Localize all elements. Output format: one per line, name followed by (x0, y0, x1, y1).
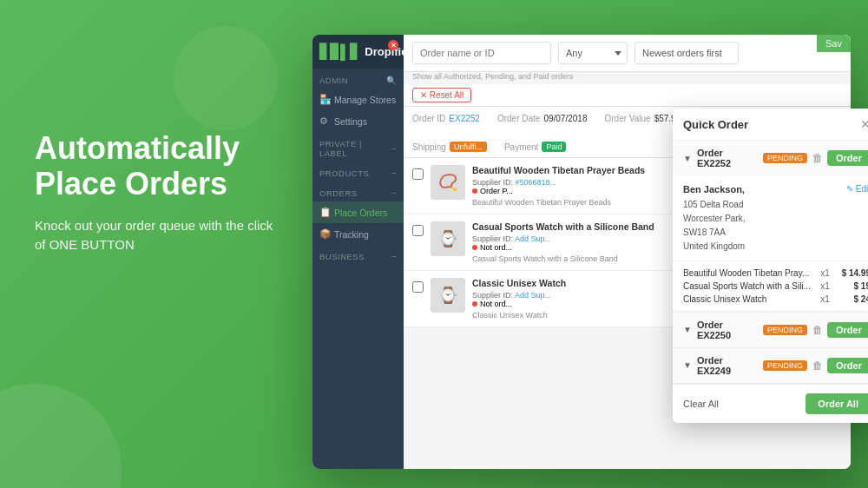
address-country-ex2252: United Kingdom (683, 240, 868, 254)
expand-icon-ex2249[interactable]: ▼ (683, 360, 692, 370)
order-actions-ex2249: 🗑 Order (812, 358, 868, 373)
trash-icon-ex2249[interactable]: 🗑 (812, 359, 823, 372)
order-date-label: Order Date (497, 114, 540, 123)
order-value-field: Order Value $57.99 (604, 112, 681, 124)
products-collapse-icon[interactable]: − (391, 168, 397, 178)
expand-icon-ex2250[interactable]: ▼ (683, 325, 692, 334)
private-label-section: PRIVATE | LABEL − (312, 135, 404, 162)
topbar-hint: Show all Authorized, Pending, and Paid o… (404, 72, 851, 84)
toolbar: ✕ Reset All (404, 84, 851, 107)
quick-order-header: Quick Order ✕ (673, 109, 868, 141)
item-price-1: $ 14.99 (836, 268, 868, 278)
product-image-1: 📿 (431, 165, 465, 200)
order-checkbox-1[interactable] (412, 168, 424, 180)
status-dot-1 (472, 188, 477, 194)
shipping-field: Shipping Unfulfi... (412, 142, 487, 152)
filter-select[interactable]: Any (558, 42, 628, 64)
admin-section: Admin 🔍 (312, 72, 404, 89)
place-orders-label: Place Orders (334, 208, 387, 218)
order-button-ex2250[interactable]: Order (827, 322, 868, 338)
sidebar-item-manage-stores[interactable]: 🏪 Manage Stores (312, 89, 404, 110)
item-qty-3: x1 (814, 294, 836, 304)
sort-input[interactable] (635, 42, 739, 64)
reset-all-button[interactable]: ✕ Reset All (412, 88, 471, 102)
trash-icon-ex2252[interactable]: 🗑 (812, 152, 823, 164)
status-text-2: Not ord... (480, 243, 512, 252)
item-price-2: $ 19 (836, 281, 868, 291)
quick-order-title: Quick Order (683, 118, 748, 131)
order-value-label: Order Value (604, 114, 650, 123)
order-actions-ex2250: 🗑 Order (812, 322, 868, 338)
pending-badge-ex2250: PENDING (763, 325, 807, 335)
order-id-value[interactable]: EX2252 (449, 114, 480, 123)
order-id-label: Order ID (412, 114, 445, 123)
products-section: PRODUCTS − (312, 165, 404, 181)
order-title-ex2250: Order EX2250 (697, 320, 754, 340)
hero-title: Automatically Place Orders (35, 130, 278, 202)
gear-icon: ⚙ (319, 115, 330, 127)
quick-order-item-header-ex2252: ▼ Order EX2252 PENDING 🗑 Order (673, 141, 868, 175)
item-name-3: Classic Unisex Watch (683, 294, 814, 304)
business-label: BUSINESS (319, 252, 365, 261)
order-address-ex2252: Edit Ben Jackson, 105 Delta Road Worcest… (673, 175, 868, 261)
status-dot-3 (472, 301, 477, 307)
product-image-2: ⌚ (431, 221, 465, 256)
order-button-ex2252[interactable]: Order (827, 150, 868, 166)
sidebar: ▋▊▌▋ Dropified ✕ Admin 🔍 🏪 Manage Stores… (312, 35, 404, 469)
pending-badge-ex2252: PENDING (763, 153, 807, 163)
quick-order-footer: Clear All Order All (673, 384, 868, 423)
save-button[interactable]: Sav (817, 35, 851, 52)
quick-order-close-button[interactable]: ✕ (860, 117, 868, 131)
quick-order-item-ex2250: ▼ Order EX2250 PENDING 🗑 Order (673, 313, 868, 348)
hero-subtitle: Knock out your order queue with the clic… (35, 216, 278, 255)
order-date-field: Order Date 09/07/2018 (497, 112, 588, 124)
status-dot-2 (472, 245, 477, 250)
sidebar-item-settings[interactable]: ⚙ Settings (312, 110, 404, 132)
status-text-1: Order P... (480, 187, 513, 195)
close-button[interactable]: ✕ (388, 40, 398, 50)
order-date-value: 09/07/2018 (543, 114, 587, 123)
order-all-button[interactable]: Order All (806, 393, 868, 414)
admin-label: Admin (319, 76, 348, 85)
order-title-ex2252: Order EX2252 (697, 148, 754, 168)
shipping-label: Shipping (412, 142, 446, 152)
clear-all-button[interactable]: Clear All (683, 399, 719, 409)
collapse-icon[interactable]: − (391, 144, 397, 154)
sidebar-item-place-orders[interactable]: 📋 Place Orders (312, 201, 404, 223)
sidebar-logo: ▋▊▌▋ Dropified ✕ (312, 35, 404, 69)
edit-link-ex2252[interactable]: Edit (846, 182, 868, 196)
orders-label: ORDERS (319, 188, 358, 198)
order-checkbox-2[interactable] (412, 225, 424, 236)
payment-label: Payment (504, 142, 538, 152)
address-line2-ex2252: Worcester Park, (683, 212, 868, 226)
quick-order-item-header-ex2249: ▼ Order EX2249 PENDING 🗑 Order (673, 348, 868, 383)
product-image-3: ⌚ (431, 278, 465, 313)
item-price-3: $ 24 (836, 294, 868, 304)
recipient-name-ex2252: Ben Jackson, (683, 184, 745, 195)
trash-icon-ex2250[interactable]: 🗑 (812, 324, 823, 336)
quick-order-item-header-ex2250: ▼ Order EX2250 PENDING 🗑 Order (673, 313, 868, 347)
deco-shape-2 (174, 26, 278, 130)
list-item: Casual Sports Watch with a Sili... x1 $ … (683, 280, 868, 293)
order-title-ex2249: Order EX2249 (697, 355, 754, 376)
order-checkbox-3[interactable] (412, 281, 424, 293)
private-label-text: PRIVATE | LABEL (319, 139, 391, 158)
payment-field: Payment Paid (504, 142, 566, 152)
business-collapse-icon[interactable]: − (391, 252, 397, 261)
sidebar-item-tracking[interactable]: 📦 Tracking (312, 223, 404, 245)
list-item: Classic Unisex Watch x1 $ 24 (683, 293, 868, 306)
status-text-3: Not ord... (480, 300, 512, 308)
quick-order-body: ▼ Order EX2252 PENDING 🗑 Order Edit Ben … (673, 141, 868, 384)
list-item: Beautiful Wooden Tibetan Pray... x1 $ 14… (683, 267, 868, 280)
item-qty-1: x1 (814, 268, 836, 278)
admin-search-icon[interactable]: 🔍 (386, 76, 398, 85)
orders-collapse-icon[interactable]: − (391, 188, 397, 198)
address-line3-ex2252: SW18 7AA (683, 226, 868, 240)
order-button-ex2249[interactable]: Order (827, 358, 868, 373)
pending-badge-ex2249: PENDING (763, 360, 807, 371)
expand-icon-ex2252[interactable]: ▼ (683, 154, 692, 163)
payment-badge: Paid (542, 142, 566, 152)
tracking-label: Tracking (334, 229, 369, 240)
search-input[interactable] (412, 42, 551, 64)
item-qty-2: x1 (814, 281, 836, 291)
